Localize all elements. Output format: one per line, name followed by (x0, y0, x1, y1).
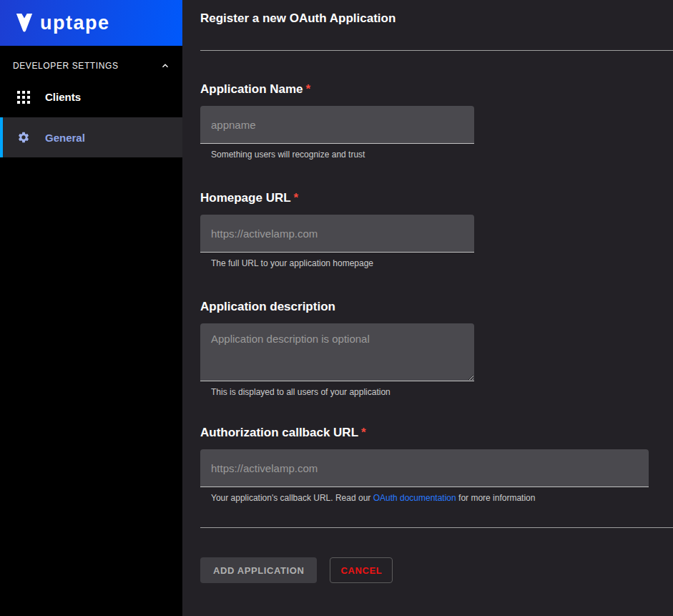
page-title: Register a new OAuth Application (200, 0, 673, 26)
chevron-up-icon[interactable] (157, 57, 174, 74)
brand-logo[interactable]: uptape (0, 0, 182, 46)
gear-icon (17, 131, 30, 144)
field-label: Homepage URL* (200, 191, 673, 205)
field-group-callback-url: Authorization callback URL* Your applica… (200, 426, 673, 503)
required-asterisk: * (294, 191, 299, 205)
brand-name: uptape (40, 12, 110, 34)
application-description-textarea[interactable] (200, 323, 474, 381)
add-application-button[interactable]: ADD APPLICATION (200, 557, 317, 583)
field-label: Application Name* (200, 82, 673, 97)
sidebar-item-clients[interactable]: Clients (0, 80, 182, 114)
sidebar-item-general[interactable]: General (0, 117, 182, 157)
homepage-url-input[interactable] (200, 215, 474, 253)
field-help-text: This is displayed to all users of your a… (200, 387, 673, 397)
sidebar-item-label: General (45, 132, 85, 144)
form-actions: ADD APPLICATION CANCEL (200, 557, 673, 583)
field-group-homepage-url: Homepage URL* The full URL to your appli… (200, 191, 673, 268)
oauth-documentation-link[interactable]: OAuth documentation (373, 493, 456, 503)
field-group-application-description: Application description This is displaye… (200, 300, 673, 397)
required-asterisk: * (361, 426, 366, 439)
field-label: Application description (200, 300, 673, 314)
field-help-text: Your application's callback URL. Read ou… (200, 493, 673, 503)
cancel-button[interactable]: CANCEL (330, 557, 393, 583)
application-name-input[interactable] (200, 106, 474, 144)
sidebar-item-label: Clients (45, 91, 81, 103)
callback-url-input[interactable] (200, 449, 649, 487)
field-help-text: Something users will recognize and trust (200, 150, 673, 160)
main-content: Register a new OAuth Application Applica… (182, 0, 673, 616)
required-asterisk: * (306, 82, 311, 96)
section-label: DEVELOPER SETTINGS (13, 61, 119, 71)
field-label: Authorization callback URL* (200, 426, 673, 440)
sidebar: uptape DEVELOPER SETTINGS Clients Genera… (0, 0, 182, 616)
developer-settings-section: DEVELOPER SETTINGS (0, 55, 182, 77)
top-divider (200, 50, 673, 51)
field-help-text: The full URL to your application homepag… (200, 258, 673, 268)
bottom-divider (200, 527, 673, 528)
field-group-application-name: Application Name* Something users will r… (200, 82, 673, 160)
uptape-logo-icon (15, 12, 34, 34)
apps-grid-icon (17, 91, 30, 104)
